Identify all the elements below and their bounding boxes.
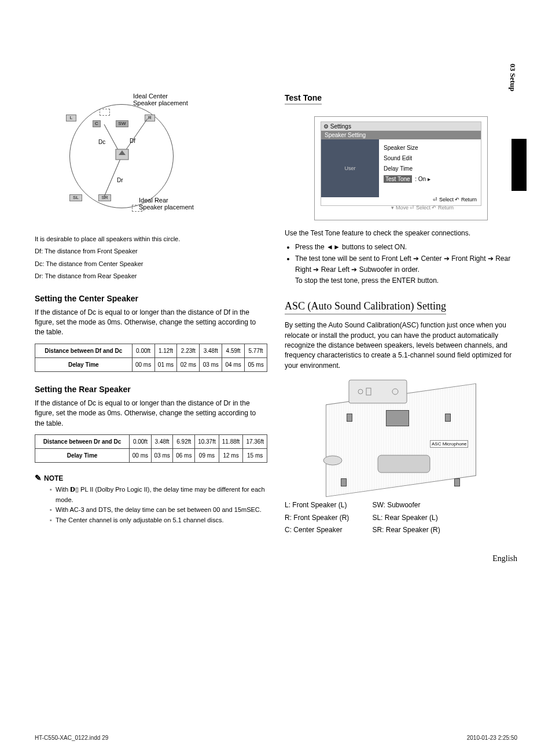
footer-right: 2010-01-23 2:25:50 (467, 735, 517, 741)
svg-rect-10 (378, 455, 430, 473)
osd-item-active: Test Tone : On ▸ (384, 174, 476, 185)
asc-mic-label: ASC Microphone (430, 440, 468, 448)
asc-body: By setting the Auto Sound Calibration(AS… (285, 320, 517, 371)
osd-screenshot: ⚙ Settings Speaker Setting User Speaker … (314, 116, 488, 220)
svg-line-2 (104, 156, 122, 197)
caption-df: Df: The distance from Front Speaker (35, 247, 267, 256)
osd-footer: ⏎ Select ↶ Return (433, 197, 477, 202)
gear-icon: ⚙ (323, 123, 329, 130)
language-label: English (285, 554, 517, 563)
osd-footer-2: ▾ Move ⏎ Select ↶ Return (391, 205, 454, 211)
label-Dr: Dr (117, 177, 123, 183)
heading-center-speaker: Setting the Center Speaker (35, 294, 267, 303)
footer-left: HT-C550-XAC_0122.indd 29 (35, 735, 108, 741)
center-speaker-text: If the distance of Dc is equal to or lon… (35, 308, 267, 338)
rear-speaker-text: If the distance of Dc is equal to or lon… (35, 399, 267, 429)
label-Df: Df (130, 138, 135, 144)
caption-main: It is desirable to place all speakers wi… (35, 235, 267, 244)
svg-point-9 (323, 456, 342, 465)
osd-user-panel: User (321, 139, 379, 197)
rear-speaker-table: Distance between Dr and Dc 0.00ft3.48ft6… (35, 434, 267, 463)
ideal-rear-label: Ideal Rear Speaker placement (139, 197, 194, 211)
note-heading: ✎NOTE (35, 473, 267, 482)
osd-item: Sound Edit (384, 153, 476, 164)
osd-item: Speaker Size (384, 143, 476, 153)
section-tab: 03 Setup (508, 64, 517, 91)
test-tone-body: Use the Test Tone feature to check the s… (285, 228, 517, 238)
label-Dc: Dc (98, 139, 105, 145)
asc-room-diagram: ASC Microphone (314, 377, 488, 492)
thumb-index (511, 139, 527, 191)
note-list: With 𝗗▯ PL II (Dolby Pro Logic II), the … (35, 485, 267, 525)
speaker-legend: L: Front Speaker (L) R: Front Speaker (R… (285, 499, 517, 537)
center-speaker-table: Distance between Df and Dc 0.00ft1.12ft2… (35, 344, 267, 372)
heading-asc: ASC (Auto Sound Calibration) Setting (285, 300, 446, 315)
pencil-icon: ✎ (35, 473, 42, 482)
osd-item: Delay Time (384, 164, 476, 174)
caption-dr: Dr: The distance from Rear Speaker (35, 272, 267, 281)
caption-dc: Dc: The distance from Center Speaker (35, 260, 267, 268)
speaker-placement-diagram: L R C SW SL SR Dc Df Dr Ideal Center (35, 93, 267, 231)
ideal-center-label: Ideal Center Speaker placement (133, 93, 188, 106)
heading-test-tone: Test Tone (285, 93, 322, 105)
heading-rear-speaker: Setting the Rear Speaker (35, 385, 267, 394)
test-tone-steps: Press the ◄► buttons to select ON. The t… (285, 242, 517, 286)
